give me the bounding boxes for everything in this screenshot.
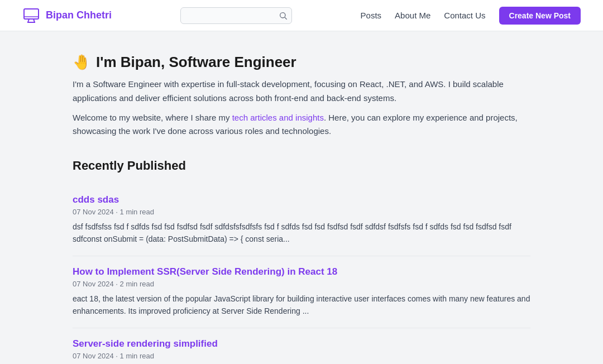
- post-title[interactable]: How to Implement SSR(Server Side Renderi…: [73, 266, 530, 277]
- wave-emoji: 🤚: [73, 54, 90, 71]
- hero-section: 🤚 I'm Bipan, Software Engineer I'm a Sof…: [73, 54, 530, 138]
- hero-body-2-link[interactable]: tech articles and insights: [232, 113, 324, 122]
- nav-contact[interactable]: Contact Us: [444, 11, 485, 20]
- search-wrapper: [180, 7, 292, 24]
- search-button[interactable]: [279, 11, 288, 20]
- main-nav: Posts About Me Contact Us Create New Pos…: [361, 7, 581, 25]
- post-meta: 07 Nov 2024 · 1 min read: [73, 208, 530, 216]
- nav-about[interactable]: About Me: [395, 11, 430, 20]
- main-content: 🤚 I'm Bipan, Software Engineer I'm a Sof…: [61, 31, 542, 364]
- nav-posts[interactable]: Posts: [361, 11, 382, 20]
- svg-rect-0: [24, 9, 39, 19]
- post-item: Server-side rendering simplified 07 Nov …: [73, 328, 530, 364]
- post-meta: 07 Nov 2024 · 1 min read: [73, 352, 530, 360]
- hero-body-2: Welcome to my website, where I share my …: [73, 111, 530, 139]
- svg-point-5: [280, 12, 285, 17]
- header: Bipan Chhetri Posts About Me Contact Us …: [0, 0, 603, 31]
- post-item: How to Implement SSR(Server Side Renderi…: [73, 256, 530, 328]
- search-input[interactable]: [180, 7, 292, 24]
- logo-area: Bipan Chhetri: [22, 7, 112, 25]
- hero-body-1: I'm a Software Engineer with expertise i…: [73, 78, 530, 106]
- monitor-icon: [22, 7, 40, 25]
- search-area: [112, 7, 361, 24]
- hero-heading: 🤚 I'm Bipan, Software Engineer: [73, 54, 530, 71]
- post-item: cdds sdas 07 Nov 2024 · 1 min read dsf f…: [73, 184, 530, 256]
- site-title: Bipan Chhetri: [46, 9, 112, 21]
- post-title[interactable]: Server-side rendering simplified: [73, 338, 530, 349]
- hero-heading-text: I'm Bipan, Software Engineer: [96, 54, 296, 71]
- post-title[interactable]: cdds sdas: [73, 194, 530, 205]
- post-meta: 07 Nov 2024 · 2 min read: [73, 280, 530, 288]
- section-title: Recently Published: [73, 159, 530, 173]
- svg-line-6: [285, 17, 287, 20]
- recently-published-section: Recently Published cdds sdas 07 Nov 2024…: [73, 159, 530, 364]
- post-excerpt: dsf fsdfsfss fsd f sdfds fsd fsd fsdfsd …: [73, 221, 530, 246]
- post-excerpt: eact 18, the latest version of the popul…: [73, 293, 530, 318]
- hero-body-2-part1: Welcome to my website, where I share my: [73, 113, 232, 122]
- post-list: cdds sdas 07 Nov 2024 · 1 min read dsf f…: [73, 184, 530, 364]
- create-new-post-button[interactable]: Create New Post: [499, 7, 581, 25]
